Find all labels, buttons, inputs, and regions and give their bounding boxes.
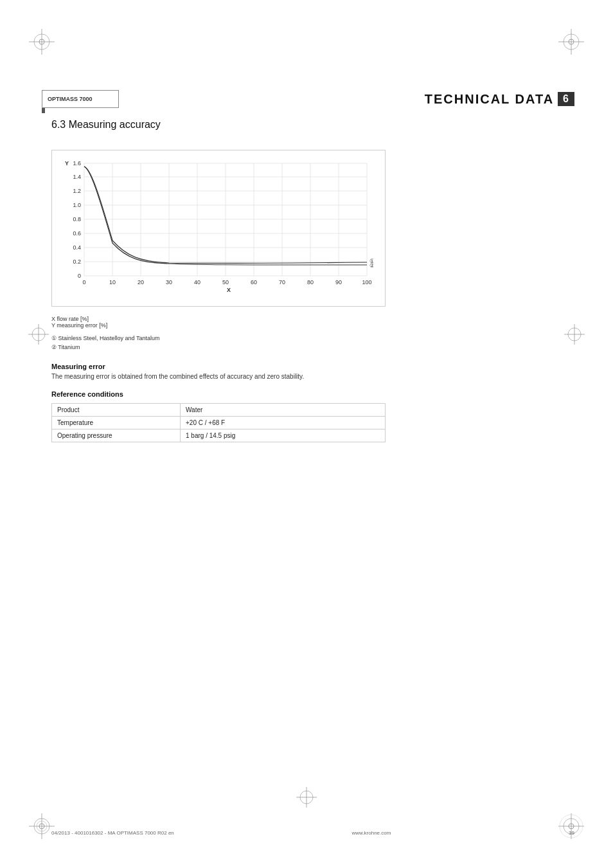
svg-text:Y: Y (65, 160, 69, 167)
svg-point-12 (37, 821, 47, 831)
svg-text:20: 20 (138, 279, 144, 285)
table-cell-label: Product (52, 403, 181, 416)
svg-point-5 (569, 39, 574, 44)
svg-text:10: 10 (109, 279, 116, 285)
footer: 04/2013 - 4001016302 - MA OPTIMASS 7000 … (51, 830, 574, 836)
svg-point-8 (34, 818, 49, 834)
chart-axis-labels: X flow rate [%] Y measuring error [%] (51, 316, 574, 329)
svg-point-24 (300, 791, 313, 804)
svg-point-14 (569, 824, 574, 829)
y-axis-label: Y measuring error [%] (51, 322, 574, 329)
svg-text:0.8: 0.8 (73, 216, 81, 222)
svg-text:0.4: 0.4 (73, 244, 81, 251)
reg-mark-tl (26, 26, 58, 58)
svg-point-4 (564, 34, 579, 50)
table-cell-value: Water (181, 403, 386, 416)
svg-text:60: 60 (251, 279, 257, 285)
chart-container: 0 0.2 0.4 0.6 0.8 1.0 1.2 1.4 1.6 Y 0 10… (51, 150, 386, 307)
table-row: Temperature+20 C / +68 F (52, 416, 386, 429)
footer-right: 39 (569, 830, 574, 836)
svg-text:70: 70 (279, 279, 285, 285)
x-axis-label: X flow rate [%] (51, 316, 574, 322)
svg-text:1.6: 1.6 (73, 160, 81, 167)
reference-conditions-heading: Reference conditions (51, 390, 574, 398)
table-cell-value: 1 barg / 14.5 psig (181, 429, 386, 442)
svg-point-18 (32, 328, 45, 341)
section-title: 6.3 Measuring accuracy (51, 119, 574, 131)
svg-text:X: X (227, 287, 231, 293)
section-header: TECHNICAL DATA 6 (119, 90, 613, 108)
table-cell-label: Operating pressure (52, 429, 181, 442)
svg-text:0.2: 0.2 (73, 258, 81, 265)
technical-data-text: TECHNICAL DATA (425, 92, 554, 107)
measuring-error-text: The measuring error is obtained from the… (51, 373, 574, 380)
svg-text:30: 30 (166, 279, 172, 285)
legend-item-1: ① Stainless Steel, Hastelloy and Tantalu… (51, 334, 574, 343)
reg-mark-ml (26, 321, 51, 347)
svg-point-9 (39, 824, 44, 829)
section-badge: 6 (558, 92, 574, 106)
footer-center: www.krohne.com (351, 830, 391, 836)
reference-table: ProductWaterTemperature+20 C / +68 FOper… (51, 403, 386, 442)
table-cell-label: Temperature (52, 416, 181, 429)
svg-text:90: 90 (335, 279, 342, 285)
svg-text:50: 50 (222, 279, 229, 285)
svg-text:0: 0 (78, 273, 81, 279)
svg-text:1.0: 1.0 (73, 202, 81, 208)
reg-mark-bl (26, 810, 58, 842)
measuring-error-heading: Measuring error (51, 363, 574, 370)
svg-text:1.4: 1.4 (73, 174, 81, 180)
svg-point-0 (34, 34, 49, 50)
footer-left: 04/2013 - 4001016302 - MA OPTIMASS 7000 … (51, 830, 174, 836)
table-cell-value: +20 C / +68 F (181, 416, 386, 429)
table-row: Operating pressure1 barg / 14.5 psig (52, 429, 386, 442)
svg-text:40: 40 (194, 279, 200, 285)
svg-text:0: 0 (82, 279, 85, 285)
reg-mark-br (555, 810, 587, 842)
svg-point-1 (39, 39, 44, 44)
reg-mark-bc (294, 784, 319, 810)
svg-text:80: 80 (307, 279, 314, 285)
svg-text:100: 100 (362, 279, 371, 285)
table-row: ProductWater (52, 403, 386, 416)
svg-text:1.2: 1.2 (73, 188, 81, 194)
svg-text:0.6: 0.6 (73, 230, 81, 237)
legend-item-2: ② Titanium (51, 343, 574, 352)
chart-legend: ① Stainless Steel, Hastelloy and Tantalu… (51, 334, 574, 352)
main-content: 6.3 Measuring accuracy (51, 119, 574, 442)
accuracy-chart: 0 0.2 0.4 0.6 0.8 1.0 1.2 1.4 1.6 Y 0 10… (58, 157, 373, 298)
product-label: OPTIMASS 7000 (42, 90, 119, 108)
reg-mark-tr (555, 26, 587, 58)
svg-text:②: ② (369, 262, 373, 269)
header-bar: OPTIMASS 7000 TECHNICAL DATA 6 (0, 90, 613, 108)
